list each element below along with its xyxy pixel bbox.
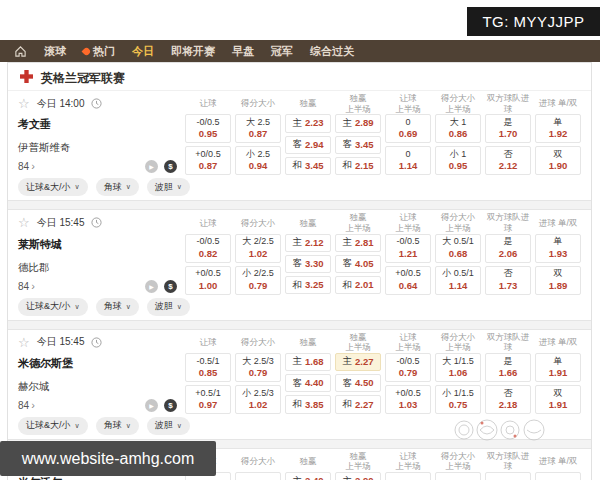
odds-cell[interactable]: 主2.27: [335, 353, 381, 371]
odds-cell[interactable]: 大 1: [435, 472, 481, 480]
away-team-name[interactable]: 德比郡: [18, 261, 181, 275]
nav-item[interactable]: 滚球: [44, 44, 66, 59]
odds-cell[interactable]: 否2.18: [485, 385, 531, 414]
odds-cell[interactable]: 客3.30: [285, 255, 331, 273]
odds-cell[interactable]: 单1.92: [535, 114, 581, 143]
odds-cell[interactable]: +0/0.50.87: [185, 146, 231, 175]
odds-cell[interactable]: -0/0.50.82: [185, 234, 231, 263]
home-team-name[interactable]: 米德尔斯堡: [18, 356, 181, 371]
odds-cell[interactable]: 小 1/1.50.75: [435, 385, 481, 414]
odds-cell[interactable]: 客3.45: [335, 136, 381, 154]
odds-cell[interactable]: 和2.01: [335, 276, 381, 294]
stats-icon[interactable]: $: [164, 160, 177, 173]
home-team-name[interactable]: 莱斯特城: [18, 237, 181, 252]
stats-icon[interactable]: $: [164, 280, 177, 293]
odds-cell[interactable]: 双1.91: [535, 385, 581, 414]
odds-cell[interactable]: 和3.45: [285, 157, 331, 175]
market-filter-pill[interactable]: 角球∨: [96, 417, 139, 435]
odds-cell[interactable]: 是: [485, 472, 531, 480]
chevron-right-icon: ›: [31, 400, 35, 411]
market-filter-pill[interactable]: 让球&大/小∨: [18, 298, 88, 316]
away-team-name[interactable]: 赫尔城: [18, 380, 181, 394]
market-filter-pill[interactable]: 让球&大/小∨: [18, 178, 88, 196]
odds-cell[interactable]: 和3.25: [285, 276, 331, 294]
odds-cell[interactable]: +0/0.51.00: [185, 266, 231, 295]
odds-cell[interactable]: +0/0.51.03: [385, 385, 431, 414]
market-filter-pill[interactable]: 角球∨: [96, 178, 139, 196]
odds-cell[interactable]: 双1.89: [535, 266, 581, 295]
odds-cell[interactable]: 大 0.5/10.68: [435, 234, 481, 263]
odds-cell[interactable]: 客4.40: [285, 374, 331, 392]
market-filter-pill[interactable]: 波胆∨: [147, 417, 190, 435]
nav-item[interactable]: 即将开赛: [171, 44, 215, 59]
odds-cell[interactable]: 大 2/2.51.02: [235, 234, 281, 263]
market-filter-row: 让球&大/小∨角球∨波胆∨: [18, 177, 181, 197]
odds-cell[interactable]: 客2.94: [285, 136, 331, 154]
odds-cell[interactable]: 大 10.86: [435, 114, 481, 143]
odds-cell[interactable]: 大 1/1.51.06: [435, 353, 481, 382]
favorite-star-icon[interactable]: ☆: [18, 216, 30, 229]
odds-cell[interactable]: 0: [385, 472, 431, 480]
odds-cell[interactable]: +0/0.50.64: [385, 266, 431, 295]
odds-cell[interactable]: 主2.23: [285, 114, 331, 132]
home-team-name[interactable]: 考文垂: [18, 117, 181, 132]
market-filter-pill[interactable]: 波胆∨: [147, 298, 190, 316]
more-markets-link[interactable]: 84›: [18, 281, 35, 292]
odds-cell[interactable]: 是2.06: [485, 234, 531, 263]
odds-cell[interactable]: 否2.12: [485, 146, 531, 175]
odds-cell[interactable]: -0/0.51.21: [385, 234, 431, 263]
odds-cell[interactable]: 小 2/2.50.79: [235, 266, 281, 295]
stats-icon[interactable]: $: [164, 399, 177, 412]
favorite-star-icon[interactable]: ☆: [18, 97, 30, 110]
odds-cell[interactable]: 和2.27: [335, 395, 381, 413]
odds-cell[interactable]: 和2.15: [335, 157, 381, 175]
play-icon[interactable]: ▶: [145, 280, 158, 293]
play-icon[interactable]: ▶: [145, 399, 158, 412]
home-icon[interactable]: [14, 45, 27, 58]
odds-cell[interactable]: 主2.89: [335, 114, 381, 132]
odds-cell[interactable]: 大 2.5/30.79: [235, 353, 281, 382]
away-team-name[interactable]: 伊普斯维奇: [18, 141, 181, 155]
odds-cell[interactable]: 主2.81: [335, 234, 381, 252]
odds-cell[interactable]: -0.5/10.85: [185, 353, 231, 382]
odds-cell[interactable]: 和3.85: [285, 395, 331, 413]
odds-column: 主2.89客3.45和2.15: [335, 114, 381, 175]
play-icon[interactable]: ▶: [145, 160, 158, 173]
odds-cell[interactable]: 客4.50: [335, 374, 381, 392]
odds-cell[interactable]: 大 2/2.5: [235, 472, 281, 480]
nav-item[interactable]: 早盘: [232, 44, 254, 59]
odds-cell[interactable]: +0.5/10.97: [185, 385, 231, 414]
odds-cell[interactable]: 客4.05: [335, 255, 381, 273]
more-markets-link[interactable]: 84›: [18, 400, 35, 411]
market-filter-pill[interactable]: 让球&大/小∨: [18, 417, 88, 435]
odds-cell[interactable]: 小 2.5/31.02: [235, 385, 281, 414]
odds-cell[interactable]: 单1.93: [535, 234, 581, 263]
odds-cell[interactable]: 主2.90: [335, 472, 381, 480]
odds-cell[interactable]: 小 2.50.94: [235, 146, 281, 175]
odds-cell[interactable]: 单1.91: [535, 353, 581, 382]
website-badge: www.website-amhg.com: [0, 441, 216, 476]
odds-cell[interactable]: 01.14: [385, 146, 431, 175]
odds-cell[interactable]: 否1.73: [485, 266, 531, 295]
odds-cell[interactable]: 小 10.95: [435, 146, 481, 175]
odds-cell[interactable]: 是1.70: [485, 114, 531, 143]
market-filter-pill[interactable]: 波胆∨: [147, 178, 190, 196]
market-filter-pill[interactable]: 角球∨: [96, 298, 139, 316]
odds-cell[interactable]: 双1.90: [535, 146, 581, 175]
odds-cell[interactable]: -0/0.50.79: [385, 353, 431, 382]
odds-cell[interactable]: -0/0.50.95: [185, 114, 231, 143]
nav-item[interactable]: 今日: [132, 44, 154, 59]
odds-cell[interactable]: 单: [535, 472, 581, 480]
nav-item[interactable]: 热门: [83, 44, 115, 59]
odds-cell[interactable]: 主2.12: [285, 234, 331, 252]
nav-item[interactable]: 冠军: [271, 44, 293, 59]
nav-item[interactable]: 综合过关: [310, 44, 354, 59]
more-markets-link[interactable]: 84›: [18, 161, 35, 172]
odds-cell[interactable]: 小 0.5/11.14: [435, 266, 481, 295]
odds-cell[interactable]: 大 2.50.87: [235, 114, 281, 143]
odds-cell[interactable]: 主2.40: [285, 472, 331, 480]
odds-cell[interactable]: 是1.66: [485, 353, 531, 382]
odds-cell[interactable]: 00.69: [385, 114, 431, 143]
odds-cell[interactable]: 主1.68: [285, 353, 331, 371]
favorite-star-icon[interactable]: ☆: [18, 336, 30, 349]
